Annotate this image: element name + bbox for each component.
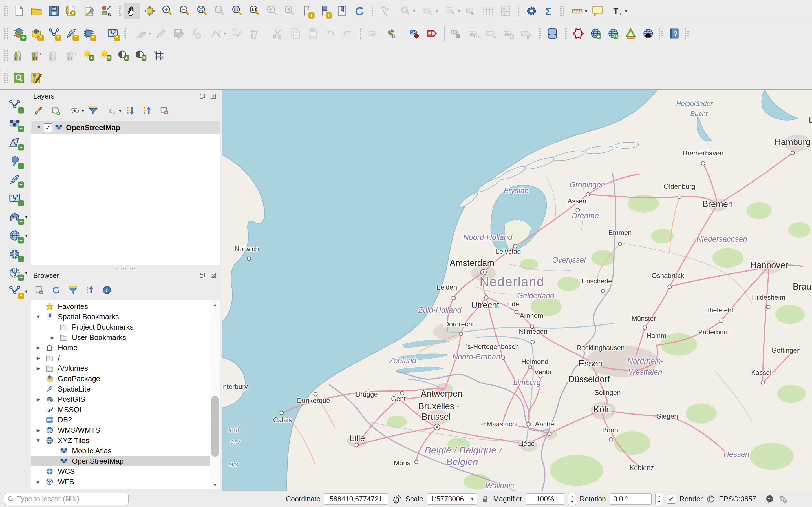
- show-layout-manager-button[interactable]: [81, 3, 97, 19]
- expander-arrow-icon[interactable]: ▼: [33, 438, 44, 443]
- browser-item-wfs[interactable]: ▶WFS: [31, 476, 220, 487]
- render-checkbox[interactable]: [667, 495, 676, 504]
- local-histogram-stretch-button[interactable]: [11, 47, 27, 64]
- scroll-down-icon[interactable]: ▼: [210, 481, 220, 489]
- browser-close-button[interactable]: [209, 271, 218, 280]
- filter-legend-button[interactable]: [86, 104, 100, 118]
- add-selected-layers-button[interactable]: [32, 283, 46, 297]
- browser-item-wcs[interactable]: WCS: [31, 466, 220, 477]
- layers-close-button[interactable]: [209, 92, 218, 100]
- current-edits-button[interactable]: ▾: [131, 25, 152, 42]
- change-label-properties-button[interactable]: abc: [518, 25, 535, 42]
- decrease-brightness-button[interactable]: [98, 47, 114, 64]
- db-manager-button[interactable]: [544, 25, 560, 42]
- new-spatialite-layer-button[interactable]: *: [63, 25, 80, 42]
- rotation-spinner[interactable]: ▲▼: [655, 493, 663, 505]
- add-group-button[interactable]: [49, 104, 63, 118]
- crs-status[interactable]: EPSG:3857: [719, 495, 756, 503]
- zoom-to-layer-button[interactable]: [229, 3, 245, 19]
- new-shapefile-layer-button[interactable]: *: [46, 25, 62, 42]
- layer-visibility-checkbox[interactable]: [44, 123, 52, 132]
- zoom-next-button[interactable]: [282, 3, 298, 19]
- layer-diagram-options-button[interactable]: [383, 25, 399, 42]
- statistics-panel-button[interactable]: Σ: [541, 3, 557, 19]
- dxf2shp-converter-button[interactable]: [622, 25, 639, 42]
- zoom-native-button[interactable]: 1:1: [246, 3, 263, 19]
- expander-arrow-icon[interactable]: ▶: [47, 335, 58, 340]
- move-label-button[interactable]: abc: [483, 25, 500, 42]
- open-layer-styling-panel-button[interactable]: [32, 104, 46, 118]
- full-histogram-stretch-button[interactable]: [28, 47, 45, 64]
- messages-icon[interactable]: [765, 494, 774, 504]
- raster-crosshatch-button[interactable]: [151, 47, 167, 64]
- help-button[interactable]: ?: [666, 25, 682, 42]
- collapse-all-button[interactable]: [140, 104, 154, 118]
- copy-features-button[interactable]: [287, 25, 303, 42]
- add-wcs-layer-button[interactable]: +: [1, 246, 29, 262]
- new-temporary-scratch-layer-button[interactable]: *: [81, 25, 97, 42]
- undo-button[interactable]: [322, 25, 338, 42]
- browser-item-mobile-atlas[interactable]: Mobile Atlas: [31, 446, 220, 456]
- browser-item-project-bookmarks[interactable]: Project Bookmarks: [31, 322, 220, 332]
- data-source-manager-button[interactable]: +: [11, 25, 27, 42]
- new-shapefile-button[interactable]: *▾: [1, 283, 29, 299]
- browser-item-favorites[interactable]: Favorites: [31, 301, 220, 312]
- pin-unpin-labels-button[interactable]: ab: [448, 25, 465, 42]
- run-feature-action-button[interactable]: ▾: [395, 3, 416, 19]
- local-cumulative-cut-stretch-button[interactable]: [46, 47, 62, 64]
- locator-search-input[interactable]: Type to locate (⌘K): [4, 493, 129, 505]
- map-canvas[interactable]: HelgoländerBuchtHamburgLübeBremerhavenOl…: [222, 90, 812, 491]
- add-vector-layer-button[interactable]: +: [1, 98, 29, 113]
- select-features-by-value-button[interactable]: ▾: [440, 3, 461, 19]
- layer-expander-icon[interactable]: ▼: [34, 125, 44, 130]
- redo-button[interactable]: [340, 25, 356, 42]
- browser-item-db2[interactable]: DB2DB2: [31, 415, 220, 425]
- zoom-out-button[interactable]: [176, 3, 193, 19]
- osm-place-search-button[interactable]: [640, 25, 656, 42]
- browser-item-openstreetmap[interactable]: OpenStreetMap: [31, 456, 220, 466]
- vertex-tool-button[interactable]: ▾: [206, 25, 227, 42]
- extents-toggle-icon[interactable]: [392, 494, 402, 504]
- rotation-input[interactable]: 0.0 °: [610, 494, 652, 505]
- add-mesh-layer-button[interactable]: +: [1, 135, 29, 151]
- increase-brightness-button[interactable]: [81, 47, 97, 64]
- scale-dropdown-icon[interactable]: ▼: [467, 494, 477, 504]
- add-wfs-layer-button[interactable]: +▾: [1, 265, 29, 281]
- add-raster-layer-button[interactable]: +: [1, 116, 29, 132]
- delete-selected-button[interactable]: [246, 25, 262, 42]
- metasearch-new-connection-button[interactable]: [588, 25, 604, 42]
- new-virtual-layer-button[interactable]: *: [105, 25, 121, 42]
- manage-map-themes-button[interactable]: ▾: [66, 104, 84, 118]
- processing-toolbox-button[interactable]: [523, 3, 540, 19]
- add-spatialite-layer-button[interactable]: +: [1, 172, 29, 187]
- coordinate-input[interactable]: 588410,6774721: [324, 494, 388, 505]
- expander-arrow-icon[interactable]: ▶: [33, 365, 44, 371]
- deselect-features-button[interactable]: [462, 3, 479, 19]
- new-geopackage-layer-button[interactable]: *: [28, 25, 45, 42]
- browser-item-root[interactable]: ▶/: [31, 353, 220, 363]
- magnifier-input[interactable]: 100%: [526, 494, 564, 505]
- select-features-button[interactable]: ▾: [417, 3, 439, 19]
- layers-float-button[interactable]: [198, 92, 206, 100]
- scrollbar-thumb[interactable]: [211, 396, 218, 457]
- scale-lock-icon[interactable]: [481, 495, 490, 503]
- browser-item-home[interactable]: ▶Home: [31, 342, 220, 353]
- show-spatial-bookmarks-button[interactable]: +: [316, 3, 333, 19]
- browser-item-postgis[interactable]: ▶PostGIS: [31, 394, 220, 404]
- scroll-up-icon[interactable]: ▲: [210, 300, 220, 309]
- highlight-pinned-labels-button[interactable]: abc: [424, 25, 441, 42]
- crs-globe-icon[interactable]: [706, 495, 715, 504]
- browser-item-xyz-tiles[interactable]: ▼XYZ Tiles: [31, 436, 220, 446]
- enable-disable-properties-widget-button[interactable]: i: [100, 283, 114, 297]
- check-geometries-button[interactable]: [570, 25, 587, 42]
- browser-item-user-bookmarks[interactable]: ▶User Bookmarks: [31, 332, 220, 343]
- add-postgis-layer-button[interactable]: +▾: [1, 209, 29, 225]
- expander-arrow-icon[interactable]: ▼: [33, 314, 44, 320]
- filter-legend-by-expression-button[interactable]: ε▾: [103, 104, 121, 118]
- expander-arrow-icon[interactable]: ▶: [33, 428, 44, 433]
- new-project-button[interactable]: [11, 3, 27, 19]
- add-virtual-layer-button[interactable]: +: [1, 190, 29, 206]
- expand-all-button[interactable]: [123, 104, 138, 118]
- cut-features-button[interactable]: [269, 25, 286, 42]
- show-hide-labels-button[interactable]: abc: [466, 25, 482, 42]
